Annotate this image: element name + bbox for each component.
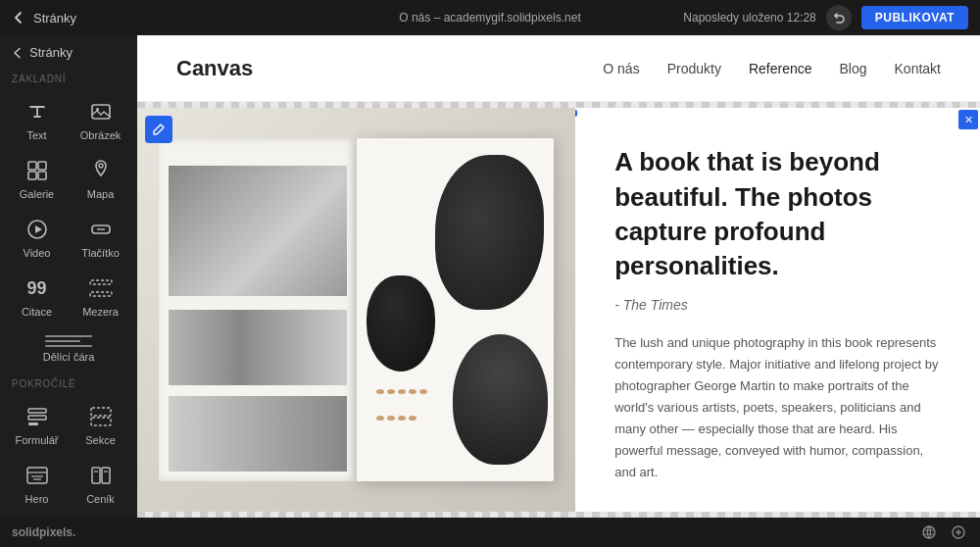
sidebar-button-label: Tlačítko bbox=[81, 247, 120, 259]
svg-rect-3 bbox=[38, 162, 46, 170]
svg-rect-5 bbox=[38, 172, 46, 179]
nav-link-about[interactable]: O nás bbox=[603, 61, 639, 76]
nav-link-blog[interactable]: Blog bbox=[839, 61, 866, 76]
sidebar-item-video[interactable]: Video bbox=[6, 208, 68, 265]
book-right-page bbox=[357, 138, 554, 481]
quote-headline: A book that is beyond beautiful. The pho… bbox=[614, 145, 941, 282]
text-icon bbox=[24, 98, 51, 125]
space-icon bbox=[87, 274, 115, 302]
book-left-page bbox=[159, 138, 356, 481]
nav-link-products[interactable]: Produkty bbox=[667, 61, 721, 76]
canvas-content: ✕ bbox=[137, 108, 980, 512]
section-icon bbox=[87, 403, 115, 430]
nav-link-reference[interactable]: Reference bbox=[749, 61, 812, 76]
sidebar-section-label: Sekce bbox=[85, 434, 116, 446]
book-spread bbox=[159, 138, 553, 481]
sidebar-advanced-grid: Formulář Sekce bbox=[0, 393, 137, 518]
current-url: O nás – academygif.solidpixels.net bbox=[399, 11, 580, 25]
canvas-area: Canvas O nás Produkty Reference Blog Kon… bbox=[137, 35, 980, 518]
svg-rect-14 bbox=[28, 416, 46, 420]
cup-object bbox=[367, 275, 435, 372]
sidebar-item-hero[interactable]: Hero bbox=[6, 454, 68, 511]
sidebar-gallery-label: Galerie bbox=[20, 188, 54, 200]
sidebar-item-image[interactable]: Obrázek bbox=[70, 90, 131, 147]
sidebar-item-quote[interactable]: 99 Citace bbox=[6, 267, 68, 323]
book-background bbox=[137, 108, 575, 512]
svg-rect-2 bbox=[28, 162, 36, 170]
sidebar-item-section[interactable]: Sekce bbox=[70, 395, 131, 452]
bottom-bar: solidpixels. bbox=[0, 518, 980, 547]
divider-icon bbox=[45, 335, 92, 347]
canvas-nav: Canvas O nás Produkty Reference Blog Kon… bbox=[137, 35, 980, 102]
photo-strip-middle bbox=[169, 310, 346, 385]
image-icon bbox=[87, 98, 115, 125]
sidebar-item-button[interactable]: Tlačítko bbox=[70, 208, 131, 265]
sidebar-pages-back[interactable]: Stránky bbox=[0, 35, 137, 66]
sidebar-form-label: Formulář bbox=[15, 434, 58, 446]
svg-rect-18 bbox=[27, 468, 47, 483]
top-bar-right: Naposledy uloženo 12:28 PUBLIKOVAT bbox=[683, 5, 968, 30]
sidebar-map-label: Mapa bbox=[87, 188, 115, 200]
nav-link-contact[interactable]: Kontakt bbox=[895, 61, 941, 76]
svg-rect-16 bbox=[91, 408, 111, 416]
canvas-image bbox=[137, 108, 575, 512]
hero-icon bbox=[24, 462, 51, 489]
video-icon bbox=[24, 216, 51, 243]
sidebar: Stránky ZÁKLADNÍ Text bbox=[0, 35, 137, 518]
save-status: Naposledy uloženo 12:28 bbox=[683, 11, 815, 25]
form-icon bbox=[24, 403, 51, 430]
svg-rect-11 bbox=[90, 280, 112, 284]
sidebar-divider-grid: Dělící čára bbox=[0, 325, 137, 371]
pages-label: Stránky bbox=[33, 11, 76, 25]
photo-strip-top bbox=[169, 166, 346, 296]
map-icon bbox=[87, 157, 115, 184]
sidebar-text-label: Text bbox=[26, 129, 46, 141]
add-icon[interactable] bbox=[949, 522, 968, 542]
bottom-actions bbox=[919, 522, 968, 542]
svg-rect-15 bbox=[28, 423, 38, 425]
bowl-object bbox=[453, 334, 548, 465]
pages-back-button[interactable]: Stránky bbox=[12, 11, 76, 25]
section-basic-label: ZÁKLADNÍ bbox=[0, 66, 137, 88]
undo-button[interactable] bbox=[826, 5, 852, 30]
sidebar-quote-label: Citace bbox=[22, 306, 52, 318]
sidebar-pages-label: Stránky bbox=[29, 45, 73, 60]
svg-rect-4 bbox=[28, 172, 36, 179]
quote-source: - The Times bbox=[614, 297, 941, 313]
globe-icon[interactable] bbox=[919, 522, 939, 542]
sidebar-item-text[interactable]: Text bbox=[6, 90, 68, 147]
canvas-border-bottom bbox=[137, 512, 980, 518]
quote-icon: 99 bbox=[24, 274, 51, 302]
publish-button[interactable]: PUBLIKOVAT bbox=[861, 6, 968, 29]
svg-rect-12 bbox=[90, 292, 112, 296]
sidebar-space-label: Mezera bbox=[82, 306, 119, 318]
sidebar-hero-label: Hero bbox=[25, 493, 49, 505]
sidebar-item-map[interactable]: Mapa bbox=[70, 149, 131, 206]
brand-label: solidpixels. bbox=[12, 525, 75, 539]
teapot-object bbox=[435, 155, 544, 310]
top-bar: Stránky O nás – academygif.solidpixels.n… bbox=[0, 0, 980, 35]
close-button[interactable]: ✕ bbox=[958, 110, 978, 129]
sidebar-video-label: Video bbox=[24, 247, 51, 259]
svg-rect-23 bbox=[102, 468, 110, 483]
sidebar-item-price[interactable]: Ceník bbox=[70, 454, 131, 511]
canvas-logo: Canvas bbox=[176, 56, 253, 81]
sidebar-item-divider[interactable]: Dělící čára bbox=[6, 327, 131, 369]
sidebar-basic-grid: Text Obrázek bbox=[0, 88, 137, 325]
canvas-text-content: A book that is beyond beautiful. The pho… bbox=[575, 108, 980, 512]
svg-rect-22 bbox=[92, 468, 100, 483]
sidebar-item-gallery[interactable]: Galerie bbox=[6, 149, 68, 206]
svg-rect-17 bbox=[91, 418, 111, 425]
price-icon bbox=[87, 462, 115, 489]
main-area: Stránky ZÁKLADNÍ Text bbox=[0, 35, 980, 518]
svg-point-30 bbox=[923, 526, 935, 538]
sidebar-divider-label: Dělící čára bbox=[43, 351, 95, 363]
section-advanced-label: POKROČILÉ bbox=[0, 371, 137, 393]
quote-body: The lush and unique photography in this … bbox=[614, 332, 941, 484]
sidebar-item-form[interactable]: Formulář bbox=[6, 395, 68, 452]
almonds-object bbox=[376, 389, 435, 441]
sidebar-item-space[interactable]: Mezera bbox=[70, 267, 131, 323]
edit-button[interactable] bbox=[145, 116, 172, 143]
sidebar-price-label: Ceník bbox=[86, 493, 115, 505]
svg-rect-13 bbox=[28, 409, 46, 413]
